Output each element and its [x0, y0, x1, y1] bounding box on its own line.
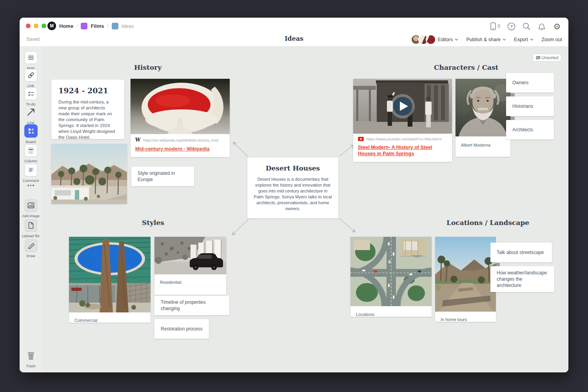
chair-image: [131, 79, 230, 134]
chevron-down-icon: [455, 38, 458, 41]
note-card-timeline[interactable]: Timeline of properties changing: [154, 296, 229, 315]
palm-street-image: [51, 144, 127, 204]
breadcrumb-ideas[interactable]: Ideas: [122, 23, 134, 29]
column-icon: [27, 147, 34, 154]
breadcrumb-films[interactable]: Films: [91, 23, 104, 29]
section-heading-locations[interactable]: Locations / Landscape: [446, 219, 529, 227]
section-heading-history[interactable]: History: [134, 64, 162, 71]
publish-share-menu[interactable]: Publish & share: [466, 37, 506, 42]
trash-icon: [27, 351, 35, 361]
link-icon: [27, 72, 34, 79]
note-text: Talk about streetscape: [497, 249, 544, 256]
wikipedia-favicon: W: [135, 137, 140, 143]
todo-icon: [28, 91, 34, 97]
breadcrumb-home[interactable]: Home: [59, 23, 73, 29]
upload-file-icon: [28, 222, 34, 229]
image-caption: Residential: [154, 274, 226, 285]
image-card-portrait[interactable]: Albert Moderna: [456, 79, 510, 157]
board-canvas[interactable]: 20Unsorted History 1924 - 2021 During th…: [42, 46, 568, 372]
minimize-window-button[interactable]: [34, 24, 38, 28]
zoom-out-label: Zoom out: [541, 37, 562, 42]
link-url: https://en.wikipedia.org/wiki/Mid-centur…: [143, 138, 218, 142]
arrow-line-icon: [26, 107, 36, 117]
export-menu[interactable]: Export: [514, 37, 534, 42]
board-icon: [27, 127, 34, 134]
films-board-icon[interactable]: [81, 23, 87, 29]
unsorted-label: Unsorted: [541, 55, 558, 60]
image-card-inhome[interactable]: In home tours: [435, 237, 496, 322]
tool-note[interactable]: Note: [20, 51, 42, 70]
chevron-down-icon: [530, 38, 534, 41]
note-title: 1924 - 2021: [58, 86, 117, 95]
note-card-streetscape[interactable]: Talk about streetscape: [490, 243, 552, 262]
unsorted-badge[interactable]: 20Unsorted: [533, 54, 561, 62]
help-button[interactable]: ?: [507, 22, 515, 31]
window-header: M Home / Films / Ideas 0 ? ⚙: [20, 18, 568, 47]
section-heading-styles[interactable]: Styles: [142, 219, 164, 227]
breadcrumb-separator: /: [107, 23, 108, 29]
note-title: Desert Houses: [254, 164, 332, 172]
section-heading-characters[interactable]: Characters / Cast: [434, 64, 498, 71]
image-card-commercial[interactable]: Commercial: [69, 237, 151, 323]
note-text: Style originated in Europe: [138, 170, 188, 183]
note-card-weather[interactable]: How weather/landscape changes the archit…: [490, 266, 554, 292]
note-card-1924[interactable]: 1924 - 2021 During the mid-century, a ne…: [51, 80, 124, 139]
image-card-palm-street[interactable]: [51, 144, 127, 204]
note-card-architects[interactable]: Architects: [506, 120, 554, 140]
note-card-europe[interactable]: Style originated in Europe: [131, 167, 194, 186]
avatar: [426, 34, 436, 45]
image-card-residential[interactable]: Residential: [154, 237, 226, 295]
note-text: Architects: [512, 127, 533, 133]
tool-upload-file[interactable]: Upload file: [20, 219, 42, 238]
youtube-favicon: [358, 137, 364, 141]
tool-line[interactable]: Line: [20, 106, 42, 125]
draw-pencil-icon: [27, 242, 34, 249]
note-card-owners[interactable]: Owners: [506, 73, 554, 93]
search-icon: [523, 22, 531, 31]
tool-board[interactable]: Board: [20, 124, 42, 144]
residential-image: [154, 237, 226, 274]
search-button[interactable]: [522, 22, 531, 31]
aerial-image: [350, 237, 432, 306]
maximize-window-button[interactable]: [42, 24, 46, 28]
note-body: Desert Houses is a documentary that expl…: [254, 176, 332, 212]
zoom-out-button[interactable]: Zoom out: [541, 37, 562, 42]
device-preview-button[interactable]: 0: [490, 22, 500, 31]
link-url: https://www.youtube.com/watch?v=0NxJ0qYn: [367, 137, 442, 141]
note-text: How weather/landscape changes the archit…: [497, 270, 548, 289]
tool-add-image[interactable]: Add image: [20, 199, 42, 218]
note-card-restoration[interactable]: Restoration process: [154, 319, 209, 339]
tool-column[interactable]: Column: [20, 144, 42, 163]
video-thumbnail: [353, 79, 452, 134]
tool-draw[interactable]: Draw: [20, 239, 42, 258]
gear-icon: ⚙: [554, 22, 561, 31]
unsorted-count: 20: [536, 55, 541, 60]
note-body: During the mid-century, a new group of a…: [58, 99, 117, 140]
link-card-wikipedia[interactable]: W https://en.wikipedia.org/wiki/Mid-cent…: [131, 79, 230, 157]
app-logo-icon[interactable]: M: [47, 22, 56, 30]
help-icon: ?: [507, 22, 515, 31]
youtube-link[interactable]: Steel Modern- A History of Steel Houses …: [353, 142, 452, 162]
tool-link[interactable]: Link: [20, 69, 42, 88]
editors-menu[interactable]: Editors: [411, 34, 459, 45]
tool-sidebar: Note Link To-do Line Board Column Commen…: [20, 46, 42, 372]
image-caption: Locations: [350, 306, 432, 317]
ideas-board-icon[interactable]: [112, 23, 118, 29]
tool-todo[interactable]: To-do: [20, 87, 42, 106]
notifications-button[interactable]: [537, 22, 546, 31]
close-window-button[interactable]: [26, 24, 31, 28]
note-card-historians[interactable]: Historians: [506, 96, 554, 116]
add-image-icon: [27, 202, 34, 209]
link-card-youtube[interactable]: https://www.youtube.com/watch?v=0NxJ0qYn…: [353, 79, 452, 162]
image-card-locations[interactable]: Locations: [350, 237, 432, 317]
tool-comment[interactable]: Comment: [20, 164, 42, 183]
note-icon: [28, 54, 34, 61]
settings-button[interactable]: ⚙: [553, 22, 561, 31]
tool-trash[interactable]: Trash: [20, 350, 42, 368]
portrait-image: [456, 79, 510, 136]
note-card-desert-houses[interactable]: Desert Houses Desert Houses is a documen…: [247, 158, 338, 218]
wikipedia-link[interactable]: Mid-century modern - Wikipedia: [131, 143, 230, 157]
tool-more[interactable]: [20, 182, 42, 189]
app-window: M Home / Films / Ideas 0 ? ⚙: [20, 18, 568, 372]
breadcrumb-separator: /: [76, 23, 78, 29]
